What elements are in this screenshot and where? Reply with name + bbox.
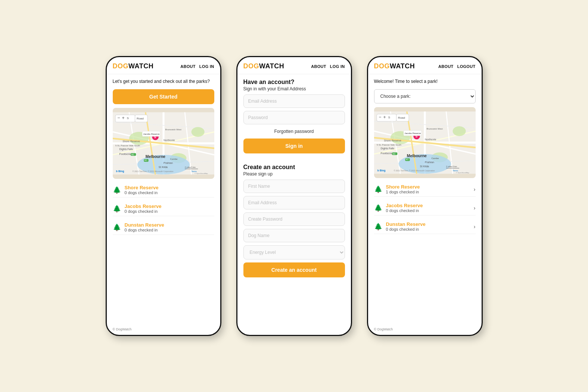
park-count-shore: 0 dogs checked in [125,190,214,195]
park-info-dunstan-li: Dunstan Reserve 0 dogs checked in [386,221,470,231]
svg-text:Northcote: Northcote [164,139,175,141]
svg-text:Shore Reserve: Shore Reserve [384,139,401,142]
login-link-auth[interactable]: LOG IN [330,64,345,69]
dog-name-input[interactable] [243,229,345,242]
park-tree-icon-dunstan-li: 🌲 [374,223,382,231]
about-link[interactable]: ABOUT [180,64,196,69]
svg-text:M2: M2 [131,153,134,156]
signin-button[interactable]: Sign in [243,139,345,153]
svg-text:Cambe: Cambe [431,157,439,159]
about-link-loggedin[interactable]: ABOUT [438,64,454,69]
signin-title: Have an account? [243,79,345,85]
svg-text:+: + [122,115,124,121]
map-loggedin: − + S Road S Jacobs Reserve Shore Reserv… [374,107,476,178]
nav-bar-home: DOG WATCH ABOUT LOG IN [107,57,220,74]
home-content: Let's get you started and check out all … [107,74,220,325]
svg-text:b Bing: b Bing [377,169,385,172]
svg-text:S: S [127,116,128,120]
login-link[interactable]: LOG IN [199,64,214,69]
chevron-right-icon-shore: › [474,186,476,192]
get-started-button[interactable]: Get Started [113,89,214,104]
nav-bar-auth: DOG WATCH ABOUT LOG IN [237,57,351,74]
svg-text:Shore Reserve: Shore Reserve [122,140,140,143]
nav-bar-loggedin: DOG WATCH ABOUT LOGOUT [368,57,482,74]
chevron-right-icon-jacobs: › [474,205,476,211]
park-item-dunstan-li[interactable]: 🌲 Dunstan Reserve 0 dogs checked in › [374,219,476,234]
firstname-input[interactable] [243,180,345,193]
svg-text:Road: Road [398,116,405,119]
logo-watch: WATCH [128,62,153,70]
loggedin-content: Welcome! Time to select a park! Choose a… [368,74,482,325]
logo-watch-auth: WATCH [259,62,284,70]
park-count-jacobs: 0 dogs checked in [125,209,214,214]
energy-level-select[interactable]: Energy Level Low Medium High [243,245,345,259]
svg-text:b Bing: b Bing [116,170,124,173]
svg-text:Road: Road [137,117,144,120]
signin-subtitle: Sign in with your Email Address [243,86,345,91]
nav-links: ABOUT LOG IN [180,64,214,69]
park-tree-icon: 🌲 [113,186,121,194]
home-footer: © DogWatch [107,325,220,335]
park-tree-icon-jacobs-li: 🌲 [374,204,382,212]
nav-links-auth: ABOUT LOG IN [311,64,345,69]
park-tree-icon-dunstan: 🌲 [113,223,121,231]
chevron-right-icon-dunstan: › [474,224,476,230]
park-count-dunstan-li: 0 dogs checked in [386,227,470,231]
svg-text:Brunswick West: Brunswick West [165,128,181,131]
park-item-jacobs-li[interactable]: 🌲 Jacobs Reserve 0 dogs checked in › [374,200,476,215]
svg-text:© OpenStreetMap: © OpenStreetMap [456,172,469,174]
svg-text:M1: M1 [144,159,147,161]
footer-text: © DogWatch [113,327,132,331]
svg-text:Prahran: Prahran [164,162,173,164]
park-item-jacobs: 🌲 Jacobs Reserve 0 dogs checked in [113,201,214,216]
park-count-dunstan: 0 dogs checked in [125,228,214,232]
park-name-jacobs: Jacobs Reserve [125,203,214,209]
logout-link[interactable]: LOGOUT [457,64,476,69]
email-input[interactable] [243,94,345,108]
park-info-shore-li: Shore Reserve 1 dogs checked in [386,184,470,194]
svg-text:Brunswick West: Brunswick West [426,127,443,130]
auth-content: Have an account? Sign in with your Email… [237,74,351,335]
nav-links-loggedin: ABOUT LOGOUT [438,64,475,69]
about-link-auth[interactable]: ABOUT [311,64,326,69]
park-name-shore-li: Shore Reserve [386,184,470,190]
choose-park-select[interactable]: Choose a park: Shore Reserve Jacobs Rese… [374,89,476,103]
welcome-loggedin: Welcome! Time to select a park! [374,79,476,84]
svg-text:Melbourne: Melbourne [407,153,426,158]
password-input[interactable] [243,111,345,124]
svg-text:© OpenStreetMap: © OpenStreetMap [195,172,208,174]
park-item-shore-li[interactable]: 🌲 Shore Reserve 1 dogs checked in › [374,182,476,197]
park-count-shore-li: 1 dogs checked in [386,190,470,194]
park-name-shore: Shore Reserve [125,185,214,190]
logo-dog: DOG [113,62,129,70]
svg-text:M1: M1 [406,158,408,161]
create-account-button[interactable]: Create an account [243,262,345,277]
signup-email-input[interactable] [243,196,345,209]
logo-loggedin: DOG WATCH [374,62,436,70]
park-info-jacobs: Jacobs Reserve 0 dogs checked in [125,203,214,214]
svg-point-57 [452,126,466,136]
svg-text:Prahran: Prahran [425,161,434,164]
svg-text:M2: M2 [393,153,395,155]
park-name-jacobs-li: Jacobs Reserve [386,203,470,208]
svg-text:Jacobs Reserve: Jacobs Reserve [143,133,160,135]
svg-text:Footscray: Footscray [380,152,393,155]
signin-section: Have an account? Sign in with your Email… [243,79,345,153]
logo-dog-loggedin: DOG [374,62,390,70]
loggedin-footer: © DogWatch [368,325,482,335]
svg-text:2 miles: 2 miles [446,165,452,168]
park-info-shore: Shore Reserve 0 dogs checked in [125,185,214,195]
svg-text:Dights Falls: Dights Falls [380,147,394,150]
create-password-input[interactable] [243,212,345,226]
phone-loggedin: DOG WATCH ABOUT LOGOUT Welcome! Time to … [367,56,483,336]
phone-auth: DOG WATCH ABOUT LOG IN Have an account? … [236,56,352,336]
svg-text:−: − [117,115,120,121]
park-count-jacobs-li: 0 dogs checked in [386,208,470,213]
park-name-dunstan-li: Dunstan Reserve [386,221,470,227]
signup-subtitle: Please sign up [243,171,345,177]
forgot-password-link[interactable]: Forgotten password [243,127,345,136]
logo-home: DOG WATCH [113,62,178,70]
signup-form: Energy Level Low Medium High Create an a… [243,180,345,277]
park-item-dunstan: 🌲 Dunstan Reserve 0 dogs checked in [113,220,214,235]
logo-watch-loggedin: WATCH [390,62,415,70]
